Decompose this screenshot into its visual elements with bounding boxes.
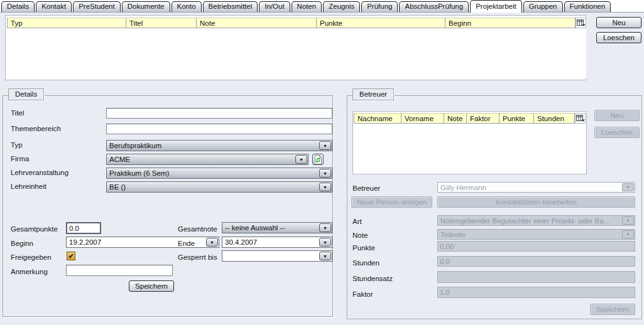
stunden-input [437, 256, 635, 267]
column-header-note[interactable]: Note [444, 113, 467, 124]
typ-label: Typ [11, 141, 23, 149]
column-header-nachname[interactable]: Nachname [354, 113, 401, 124]
ende-date-combobox[interactable]: 30.4.2007 ▼ [222, 237, 332, 248]
ende-label: Ende [178, 240, 195, 247]
note-dropdown-icon: ▼ [622, 230, 634, 238]
refresh-icon [314, 155, 322, 164]
anmerkung-label: Anmerkung [11, 268, 48, 275]
gesperrt-bis-label: Gesperrt bis [178, 253, 217, 261]
firma-refresh-button[interactable] [312, 154, 324, 165]
typ-dropdown-icon[interactable]: ▼ [319, 141, 331, 150]
firma-combobox[interactable]: ACME ▼ [106, 154, 308, 165]
details-group: Details Titel Themenbereich Typ Berufspr… [3, 95, 333, 317]
lehreinheit-combobox[interactable]: BE () ▼ [106, 181, 332, 193]
firma-label: Firma [11, 155, 29, 162]
column-header-punkte[interactable]: Punkte [317, 18, 445, 28]
lehrveranstaltung-dropdown-icon[interactable]: ▼ [319, 169, 331, 178]
column-header-typ[interactable]: Typ [7, 18, 126, 28]
titel-label: Titel [11, 109, 24, 117]
neu-button[interactable]: Neu [596, 17, 641, 28]
column-selector-button[interactable] [576, 18, 586, 28]
lehrveranstaltung-combobox[interactable]: Praktikum (6 Sem) ▼ [106, 168, 332, 179]
betreuer-combobox: Gilly Hermann ▼ [437, 182, 635, 193]
projects-table: Typ Titel Note Punkte Beginn [5, 15, 586, 80]
note-value: Teilnote [440, 231, 621, 238]
gesperrt-bis-dropdown-icon[interactable]: ▼ [319, 252, 331, 260]
tab-zeugnis[interactable]: Zeugnis [323, 1, 360, 12]
tab-dokumente[interactable]: Dokumente [122, 1, 170, 12]
betreuer-group: Betreuer Nachname Vorname Note Faktor Pu… [347, 95, 642, 319]
ende-dropdown-icon[interactable]: ▼ [319, 238, 331, 247]
neue-person-anlegen-button: Neue Person anlegen [351, 196, 432, 208]
betreuer-table: Nachname Vorname Note Faktor Punkte Stun… [352, 111, 587, 174]
tab-konto[interactable]: Konto [172, 1, 202, 12]
anmerkung-input[interactable] [66, 265, 173, 276]
stundensatz-input [437, 271, 635, 283]
kontaktdaten-bearbeiten-button: Kontakttdaten bearbeiten [437, 196, 635, 208]
ende-value: 30.4.2007 [225, 238, 319, 246]
column-header-vorname[interactable]: Vorname [401, 113, 444, 124]
gesperrt-bis-date-combobox[interactable]: ▼ [222, 250, 332, 262]
column-selector-icon [576, 114, 585, 122]
freigegeben-label: Freigegeben [11, 253, 52, 261]
betreuer-table-header: Nachname Vorname Note Faktor Punkte Stun… [354, 113, 586, 124]
lehreinheit-value: BE () [109, 183, 319, 191]
punkte-label: Punkte [352, 244, 375, 252]
betreuer-table-body[interactable] [354, 124, 586, 174]
punkte-input [437, 241, 635, 252]
column-header-faktor[interactable]: Faktor [467, 113, 499, 124]
column-selector-icon [577, 19, 586, 27]
column-header-punkte[interactable]: Punkte [499, 113, 534, 124]
betreuer-dropdown-icon: ▼ [622, 183, 634, 191]
tab-pruefung[interactable]: Prüfung [361, 1, 398, 12]
art-combobox: Notengebender Begutachter einer Projekt-… [437, 215, 635, 226]
stunden-label: Stunden [352, 259, 379, 267]
projects-table-body[interactable] [7, 28, 586, 78]
betreuer-loeschen-button: Loeschen [594, 127, 640, 138]
betreuer-value: Gilly Hermann [440, 184, 621, 191]
column-header-titel[interactable]: Titel [126, 18, 197, 28]
tab-inout[interactable]: In/Out [259, 1, 290, 12]
tab-bar: Details Kontakt PreStudent Dokumente Kon… [0, 0, 644, 13]
typ-value: Berufspraktikum [109, 142, 319, 149]
tab-noten[interactable]: Noten [292, 1, 322, 12]
betreuer-column-selector-button[interactable] [575, 113, 586, 124]
lehrveranstaltung-label: Lehrveranstaltung [11, 169, 68, 176]
tab-gruppen[interactable]: Gruppen [523, 1, 563, 12]
loeschen-button[interactable]: Loeschen [596, 32, 641, 43]
tab-kontakt[interactable]: Kontakt [36, 1, 72, 12]
themenbereich-label: Themenbereich [11, 125, 61, 132]
tab-projektarbeit[interactable]: Projektarbeit [470, 0, 522, 13]
typ-combobox[interactable]: Berufspraktikum ▼ [106, 140, 332, 151]
firma-value: ACME [109, 156, 295, 163]
freigegeben-checkbox[interactable]: ✔ [67, 252, 75, 260]
column-header-beginn[interactable]: Beginn [445, 18, 576, 28]
art-value: Notengebender Begutachter einer Projekt-… [440, 217, 621, 225]
tab-details[interactable]: Details [1, 1, 35, 12]
betreuer-group-title: Betreuer [352, 88, 394, 100]
tab-betriebsmittel[interactable]: Betriebsmittel [203, 1, 258, 12]
note-label: Note [352, 232, 368, 239]
tab-abschlusspruefung[interactable]: AbschlussPrüfung [399, 1, 469, 12]
gesamtnote-combobox[interactable]: -- keine Auswahl -- ▼ [222, 222, 332, 233]
gesamtnote-value: -- keine Auswahl -- [225, 224, 319, 232]
betreuer-neu-button: Neu [594, 110, 640, 121]
beginn-date-combobox[interactable]: 19.2.2007 ▼ [66, 237, 219, 248]
faktor-input [437, 287, 635, 298]
column-header-note[interactable]: Note [197, 18, 317, 28]
themenbereich-input[interactable] [106, 124, 332, 134]
note-combobox: Teilnote ▼ [437, 229, 635, 240]
details-speichern-button[interactable]: Speichern [129, 280, 174, 292]
titel-input[interactable] [106, 108, 332, 119]
tab-funktionen[interactable]: Funktionen [564, 1, 611, 12]
gesamtnote-dropdown-icon[interactable]: ▼ [319, 223, 331, 232]
beginn-dropdown-icon[interactable]: ▼ [206, 238, 218, 247]
art-dropdown-icon: ▼ [622, 216, 634, 225]
faktor-label: Faktor [352, 290, 373, 298]
tab-prestudent[interactable]: PreStudent [73, 1, 121, 12]
stundensatz-label: Stundensatz [352, 275, 393, 282]
lehreinheit-dropdown-icon[interactable]: ▼ [319, 183, 331, 191]
gesamtpunkte-input[interactable] [66, 222, 101, 234]
column-header-stunden[interactable]: Stunden [534, 113, 575, 124]
firma-dropdown-icon[interactable]: ▼ [295, 155, 307, 164]
